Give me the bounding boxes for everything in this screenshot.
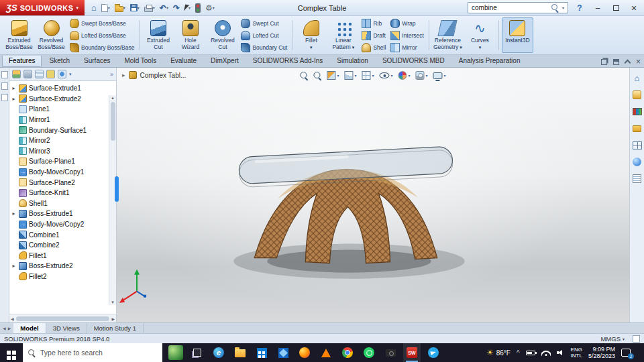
tab-evaluate[interactable]: Evaluate xyxy=(164,56,203,67)
scrollbar-thumb[interactable] xyxy=(111,102,115,141)
revolved-boss-base-button[interactable]: Revolved Boss/Base xyxy=(36,17,67,53)
pane-expand-icon[interactable] xyxy=(613,59,619,65)
minimize-button[interactable] xyxy=(591,2,604,14)
close-button[interactable] xyxy=(627,2,641,14)
curves-button[interactable]: Curves xyxy=(464,17,496,53)
search-caret-icon[interactable]: ▾ xyxy=(562,5,564,10)
camera-button[interactable] xyxy=(382,343,399,362)
scrollbar-thumb[interactable] xyxy=(16,316,110,321)
solidworks-resources-button[interactable] xyxy=(632,90,642,100)
task-view-button[interactable] xyxy=(189,343,206,362)
taskbar-search-input[interactable]: Type here to search xyxy=(23,343,162,362)
swept-boss-base-button[interactable]: Swept Boss/Base xyxy=(68,17,136,29)
solidworks-logo[interactable]: ƷS SOLIDWORKS ▾ xyxy=(0,0,85,15)
tab-surfaces[interactable]: Surfaces xyxy=(77,56,117,67)
tree-item[interactable]: Boundary-Surface1 xyxy=(11,125,108,135)
revolved-cut-button[interactable]: Revolved Cut xyxy=(207,17,238,53)
redo-button[interactable] xyxy=(172,2,181,14)
telegram-button[interactable] xyxy=(425,343,442,362)
new-document-button[interactable]: ▾ xyxy=(100,2,111,14)
tree-item[interactable]: Fillet1 xyxy=(11,251,108,261)
appearances-button[interactable] xyxy=(632,157,642,167)
rebuild-button[interactable] xyxy=(194,2,202,14)
command-search-input[interactable]: combine ▾ xyxy=(468,2,568,13)
lofted-boss-base-button[interactable]: Lofted Boss/Base xyxy=(68,29,136,41)
edge-button[interactable] xyxy=(210,343,227,362)
weather-widget[interactable]: 86°F xyxy=(486,348,511,357)
zoom-area-button[interactable] xyxy=(313,72,321,80)
open-document-button[interactable]: ▾ xyxy=(113,2,127,14)
manager-overflow-icon[interactable]: » xyxy=(110,71,113,78)
configurationmanager-icon[interactable] xyxy=(35,70,44,78)
tab-model[interactable]: Model xyxy=(13,323,46,333)
boundary-boss-base-button[interactable]: Boundary Boss/Base xyxy=(68,42,136,53)
tree-item[interactable]: Surface-Plane2 xyxy=(11,177,108,188)
language-indicator[interactable]: ENG INTL xyxy=(571,347,582,359)
swept-cut-button[interactable]: Swept Cut xyxy=(239,17,289,29)
instant3d-button[interactable]: Instant3D xyxy=(502,17,533,53)
hide-show-items-button[interactable] xyxy=(379,72,392,78)
expand-arrow-icon[interactable] xyxy=(11,96,17,102)
tree-item[interactable]: Plane1 xyxy=(11,104,108,115)
collapsed-panel-icon[interactable] xyxy=(1,71,8,78)
tree-horizontal-scrollbar[interactable] xyxy=(9,314,116,322)
tree-item[interactable]: Surface-Plane1 xyxy=(11,156,108,167)
tree-item[interactable]: Shell1 xyxy=(11,198,108,209)
view-orientation-button[interactable] xyxy=(344,71,356,80)
displaymanager-icon[interactable] xyxy=(58,70,66,78)
dimxpertmanager-icon[interactable] xyxy=(46,70,55,78)
tree-item[interactable]: Surface-Extrude2 xyxy=(11,94,108,105)
home-button[interactable] xyxy=(90,2,98,14)
tab-features[interactable]: Features xyxy=(2,56,42,67)
close-pane-icon[interactable] xyxy=(636,57,641,66)
collapsed-panel-icon[interactable] xyxy=(1,82,8,90)
status-panel-icon[interactable] xyxy=(633,335,640,343)
scroll-up-icon[interactable]: ▲ xyxy=(109,96,116,100)
tree-item[interactable]: Boss-Extrude1 xyxy=(11,208,108,219)
tab-dimxpert[interactable]: DimXpert xyxy=(204,56,246,67)
design-library-button[interactable] xyxy=(632,107,642,117)
clock[interactable]: 9:09 PM 5/28/2023 xyxy=(588,346,615,359)
view-palette-button[interactable] xyxy=(632,140,642,150)
custom-properties-button[interactable] xyxy=(632,174,642,184)
tab-solidworks-add-ins[interactable]: SOLIDWORKS Add-Ins xyxy=(246,56,329,67)
news-interest-button[interactable] xyxy=(167,343,184,362)
mirror-button[interactable]: Mirror xyxy=(388,42,426,53)
expand-arrow-icon[interactable] xyxy=(11,263,17,269)
manager-flyout-caret-icon[interactable]: ▾ xyxy=(69,72,72,77)
options-button[interactable]: ▾ xyxy=(204,2,216,14)
apply-scene-button[interactable] xyxy=(416,71,428,80)
tree-item[interactable]: Boss-Extrude2 xyxy=(11,261,108,272)
wrap-button[interactable]: Wrap xyxy=(388,17,426,29)
tab-scroll-left-icon[interactable] xyxy=(3,326,6,330)
zoom-fit-button[interactable] xyxy=(300,72,308,80)
tree-item[interactable]: Surface-Extrude1 xyxy=(11,83,108,94)
network-icon[interactable] xyxy=(541,350,551,356)
view-settings-button[interactable] xyxy=(433,72,446,79)
vlc-button[interactable] xyxy=(317,343,335,362)
tab-scroll-right-icon[interactable] xyxy=(8,326,11,330)
scroll-right-icon[interactable] xyxy=(111,316,115,321)
tray-expand-chevron-icon[interactable] xyxy=(517,349,520,357)
lofted-cut-button[interactable]: Lofted Cut xyxy=(239,29,289,41)
tree-item[interactable]: Combine2 xyxy=(11,240,108,251)
reference-geometry-button[interactable]: Reference Geometry xyxy=(432,17,464,53)
expand-arrow-icon[interactable] xyxy=(11,210,17,217)
tab-simulation[interactable]: Simulation xyxy=(330,56,375,67)
battery-icon[interactable] xyxy=(526,351,535,355)
tree-item[interactable]: Mirror3 xyxy=(11,146,108,157)
start-button[interactable] xyxy=(0,343,23,362)
scroll-left-icon[interactable] xyxy=(11,316,14,321)
help-button[interactable] xyxy=(573,2,586,14)
intersect-button[interactable]: Intersect xyxy=(388,29,426,41)
boundary-cut-button[interactable]: Boundary Cut xyxy=(239,42,289,53)
tree-item[interactable]: Surface-Knit1 xyxy=(11,188,108,198)
solidworks-app-button[interactable] xyxy=(403,343,421,362)
tab-sketch[interactable]: Sketch xyxy=(42,56,76,67)
tab-3d-views[interactable]: 3D Views xyxy=(46,323,87,333)
featuremanager-icon[interactable] xyxy=(12,70,21,78)
edit-appearance-button[interactable] xyxy=(398,71,411,80)
graphics-viewport[interactable]: Complex Tabl... xyxy=(117,68,629,322)
tree-item[interactable]: Fillet2 xyxy=(11,272,108,282)
undo-button[interactable]: ▾ xyxy=(158,2,170,14)
